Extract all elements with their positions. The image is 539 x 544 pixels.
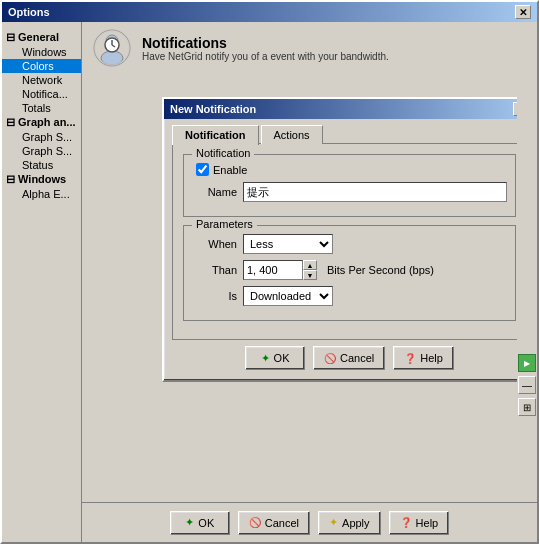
sidebar-item-status[interactable]: Status <box>2 158 81 172</box>
cancel-button[interactable]: 🚫 Cancel <box>238 511 310 535</box>
sidebar-item-general[interactable]: ⊟ General <box>2 30 81 45</box>
ok-btn-label: OK <box>198 517 214 529</box>
cancel-btn-label: Cancel <box>265 517 299 529</box>
sidebar-item-graphand[interactable]: ⊟ Graph an... <box>2 115 81 130</box>
than-spinner: ▲ ▼ <box>243 260 317 280</box>
help-btn-label: Help <box>416 517 439 529</box>
sidebar: ⊟ General Windows Colors Network Notific… <box>2 22 82 542</box>
outer-title-bar: Options ✕ <box>2 2 537 22</box>
spinner-buttons: ▲ ▼ <box>303 260 317 280</box>
apply-btn-icon: ✦ <box>329 516 338 529</box>
outer-close-button[interactable]: ✕ <box>515 5 531 19</box>
inner-cancel-button[interactable]: 🚫 Cancel <box>313 346 385 370</box>
apply-button[interactable]: ✦ Apply <box>318 511 381 535</box>
ok-icon: ✦ <box>261 352 270 365</box>
is-label: Is <box>192 290 237 302</box>
than-row: Than ▲ ▼ Bits Per Second (bps) <box>192 260 507 280</box>
than-input[interactable] <box>243 260 303 280</box>
sidebar-item-windows[interactable]: Windows <box>2 45 81 59</box>
tree-area: ⊟ General Windows Colors Network Notific… <box>2 26 81 205</box>
notification-section: Notification Enable Name <box>183 154 516 217</box>
help-button[interactable]: ❓ Help <box>389 511 450 535</box>
is-row: Is Downloaded Uploaded Both <box>192 286 507 306</box>
sidebar-item-colors[interactable]: Colors <box>2 59 81 73</box>
tab-content: Notification Enable Name <box>172 143 527 340</box>
panel-icon-grid[interactable]: ⊞ <box>518 398 536 416</box>
apply-btn-label: Apply <box>342 517 370 529</box>
sidebar-item-network[interactable]: Network <box>2 73 81 87</box>
inner-title-bar: New Notification ✕ <box>164 99 535 119</box>
sidebar-item-graphs1[interactable]: Graph S... <box>2 130 81 144</box>
ok-btn-icon: ✦ <box>185 516 194 529</box>
sidebar-item-graphs2[interactable]: Graph S... <box>2 144 81 158</box>
bps-label: Bits Per Second (bps) <box>327 264 434 276</box>
than-label: Than <box>192 264 237 276</box>
help-icon: ❓ <box>404 353 416 364</box>
inner-dialog-title: New Notification <box>170 103 256 115</box>
cancel-icon: 🚫 <box>324 353 336 364</box>
bottom-bar: ✦ OK 🚫 Cancel ✦ Apply ❓ Help <box>82 502 537 542</box>
enable-checkbox[interactable] <box>196 163 209 176</box>
spinner-up[interactable]: ▲ <box>303 260 317 270</box>
inner-bottom-bar: ✦ OK 🚫 Cancel ❓ Help <box>172 346 527 374</box>
name-row: Name <box>192 182 507 202</box>
dialog-body: Notification Actions Notification Enable <box>164 119 535 380</box>
enable-label: Enable <box>213 164 247 176</box>
when-row: When Less Greater Equal <box>192 234 507 254</box>
cancel-btn-icon: 🚫 <box>249 517 261 528</box>
when-select[interactable]: Less Greater Equal <box>243 234 333 254</box>
sidebar-item-alpha[interactable]: Alpha E... <box>2 187 81 201</box>
spinner-down[interactable]: ▼ <box>303 270 317 280</box>
dialog-tabs: Notification Actions <box>172 125 527 144</box>
tab-actions[interactable]: Actions <box>261 125 323 144</box>
is-select[interactable]: Downloaded Uploaded Both <box>243 286 333 306</box>
outer-title-text: Options <box>8 6 50 18</box>
when-label: When <box>192 238 237 250</box>
inner-dialog: New Notification ✕ Notification Actions <box>162 97 537 382</box>
panel-icon-green[interactable]: ▶ <box>518 354 536 372</box>
inner-ok-button[interactable]: ✦ OK <box>245 346 305 370</box>
sidebar-item-notifications[interactable]: Notifica... <box>2 87 81 101</box>
outer-window: Options ✕ ⊟ General Windows Colors Netwo… <box>0 0 539 544</box>
name-label: Name <box>192 186 237 198</box>
help-btn-icon: ❓ <box>400 517 412 528</box>
enable-row: Enable <box>192 163 507 176</box>
parameters-section: Parameters When Less Greater Equal <box>183 225 516 321</box>
inner-help-button[interactable]: ❓ Help <box>393 346 454 370</box>
outer-content: ⊟ General Windows Colors Network Notific… <box>2 22 537 542</box>
notification-section-label: Notification <box>192 147 254 159</box>
main-area: Notifications Have NetGrid notify you of… <box>82 22 537 542</box>
sidebar-item-windows2[interactable]: ⊟ Windows <box>2 172 81 187</box>
tab-notification[interactable]: Notification <box>172 125 259 145</box>
ok-button[interactable]: ✦ OK <box>170 511 230 535</box>
parameters-section-label: Parameters <box>192 218 257 230</box>
panel-icon-minus[interactable]: — <box>518 376 536 394</box>
sidebar-item-totals[interactable]: Totals <box>2 101 81 115</box>
name-input[interactable] <box>243 182 507 202</box>
modal-overlay: New Notification ✕ Notification Actions <box>82 22 537 542</box>
